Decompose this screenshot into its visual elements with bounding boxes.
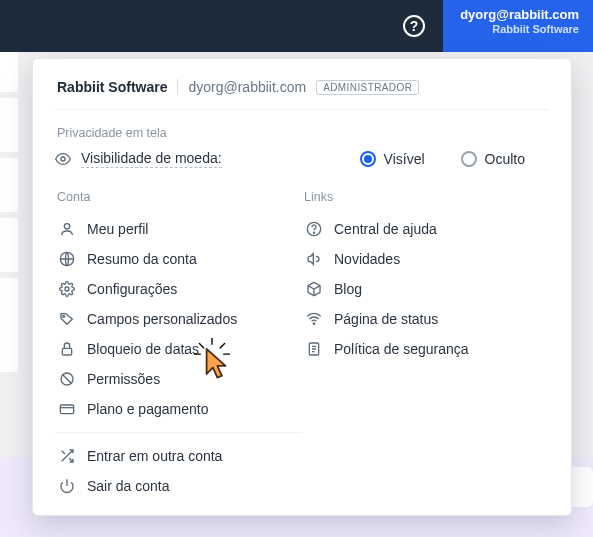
user-icon xyxy=(59,221,75,237)
account-dropdown: Rabbiit Software dyorg@rabbiit.com ADMIN… xyxy=(32,58,572,516)
svg-point-10 xyxy=(313,323,314,324)
svg-rect-5 xyxy=(62,348,71,355)
menu-label: Blog xyxy=(334,281,362,297)
eye-icon xyxy=(55,151,71,167)
menu-label: Sair da conta xyxy=(87,478,170,494)
lock-icon xyxy=(59,341,75,357)
question-icon xyxy=(306,221,322,237)
radio-hidden[interactable]: Oculto xyxy=(461,151,525,167)
dropdown-company: Rabbiit Software xyxy=(57,79,167,95)
user-company: Rabbiit Software xyxy=(457,23,579,35)
privacy-section-title: Privacidade em tela xyxy=(57,126,549,140)
menu-label: Resumo da conta xyxy=(87,251,197,267)
svg-point-3 xyxy=(65,287,69,291)
topbar: ? dyorg@rabbiit.com Rabbiit Software xyxy=(0,0,593,52)
admin-badge: ADMINISTRADOR xyxy=(316,80,419,95)
menu-label: Bloqueio de datas xyxy=(87,341,199,357)
svg-point-9 xyxy=(313,232,314,233)
menu-account-summary[interactable]: Resumo da conta xyxy=(55,244,302,274)
menu-label: Meu perfil xyxy=(87,221,148,237)
radio-hidden-label: Oculto xyxy=(485,151,525,167)
tag-icon xyxy=(59,311,75,327)
document-icon xyxy=(306,341,322,357)
menu-help-center[interactable]: Central de ajuda xyxy=(302,214,549,244)
svg-point-0 xyxy=(61,157,65,161)
menu-custom-fields[interactable]: Campos personalizados xyxy=(55,304,302,334)
svg-point-1 xyxy=(64,224,69,229)
menu-label: Plano e pagamento xyxy=(87,401,208,417)
menu-date-lock[interactable]: Bloqueio de datas xyxy=(55,334,302,364)
help-icon[interactable]: ? xyxy=(403,15,425,37)
menu-blog[interactable]: Blog xyxy=(302,274,549,304)
menu-label: Entrar em outra conta xyxy=(87,448,222,464)
privacy-label[interactable]: Visibilidade de moeda: xyxy=(81,150,222,168)
wifi-icon xyxy=(306,311,322,327)
user-account-block[interactable]: dyorg@rabbiit.com Rabbiit Software xyxy=(443,0,593,52)
bullhorn-icon xyxy=(306,251,322,267)
links-section-title: Links xyxy=(304,190,549,204)
dropdown-email: dyorg@rabbiit.com xyxy=(188,79,306,95)
menu-label: Central de ajuda xyxy=(334,221,437,237)
menu-my-profile[interactable]: Meu perfil xyxy=(55,214,302,244)
dropdown-header: Rabbiit Software dyorg@rabbiit.com ADMIN… xyxy=(55,75,549,110)
menu-settings[interactable]: Configurações xyxy=(55,274,302,304)
menu-logout[interactable]: Sair da conta xyxy=(55,471,302,501)
menu-news[interactable]: Novidades xyxy=(302,244,549,274)
menu-permissions[interactable]: Permissões xyxy=(55,364,302,394)
menu-label: Permissões xyxy=(87,371,160,387)
menu-label: Página de status xyxy=(334,311,438,327)
account-section-title: Conta xyxy=(57,190,302,204)
menu-label: Novidades xyxy=(334,251,400,267)
block-icon xyxy=(59,371,75,387)
menu-label: Política de segurança xyxy=(334,341,469,357)
shuffle-icon xyxy=(59,448,75,464)
globe-icon xyxy=(59,251,75,267)
menu-status-page[interactable]: Página de status xyxy=(302,304,549,334)
menu-billing[interactable]: Plano e pagamento xyxy=(55,394,302,424)
box-icon xyxy=(306,281,322,297)
svg-rect-7 xyxy=(60,405,73,414)
menu-label: Configurações xyxy=(87,281,177,297)
menu-security-policy[interactable]: Política de segurança xyxy=(302,334,549,364)
power-icon xyxy=(59,478,75,494)
menu-switch-account[interactable]: Entrar em outra conta xyxy=(55,441,302,471)
user-email: dyorg@rabbiit.com xyxy=(457,7,579,22)
gear-icon xyxy=(59,281,75,297)
radio-visible[interactable]: Visível xyxy=(360,151,425,167)
card-icon xyxy=(59,401,75,417)
svg-point-4 xyxy=(63,315,65,317)
radio-visible-label: Visível xyxy=(384,151,425,167)
menu-label: Campos personalizados xyxy=(87,311,237,327)
